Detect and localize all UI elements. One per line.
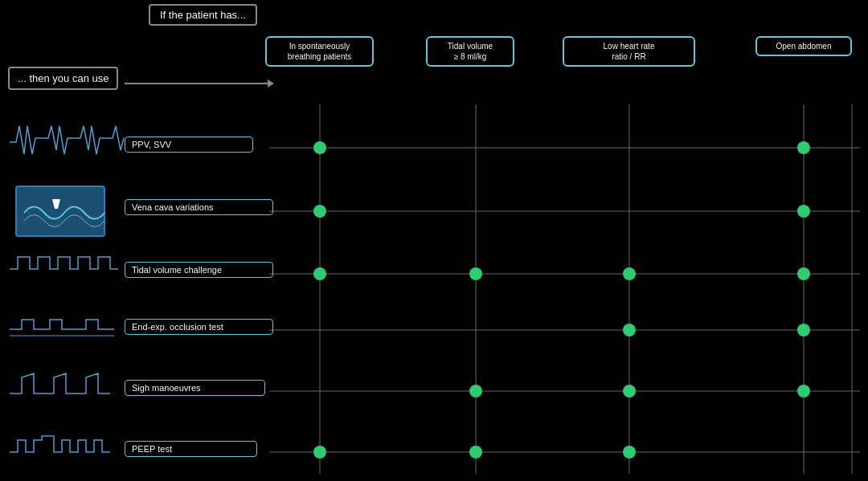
svg-point-18 <box>469 267 482 280</box>
svg-point-16 <box>797 205 810 218</box>
peep-icon <box>10 436 110 452</box>
svg-point-28 <box>469 446 482 459</box>
svg-point-26 <box>797 385 810 397</box>
svg-rect-13 <box>16 186 104 236</box>
svg-point-19 <box>623 267 636 280</box>
svg-point-15 <box>313 205 326 218</box>
main-container: If the patient has... ... then you can u… <box>0 0 868 481</box>
svg-point-17 <box>313 267 326 280</box>
svg-point-25 <box>623 385 636 397</box>
svg-point-22 <box>623 324 636 336</box>
tidal-vol-icon <box>10 257 118 269</box>
svg-point-27 <box>313 446 326 459</box>
svg-point-11 <box>313 141 326 154</box>
svg-point-23 <box>797 324 810 336</box>
svg-point-12 <box>797 141 810 154</box>
ppv-svv-icon <box>10 126 124 154</box>
end-exp-icon <box>10 320 114 336</box>
svg-point-29 <box>623 446 636 459</box>
svg-point-24 <box>469 385 482 397</box>
sigh-icon <box>10 373 110 393</box>
svg-point-20 <box>797 267 810 280</box>
